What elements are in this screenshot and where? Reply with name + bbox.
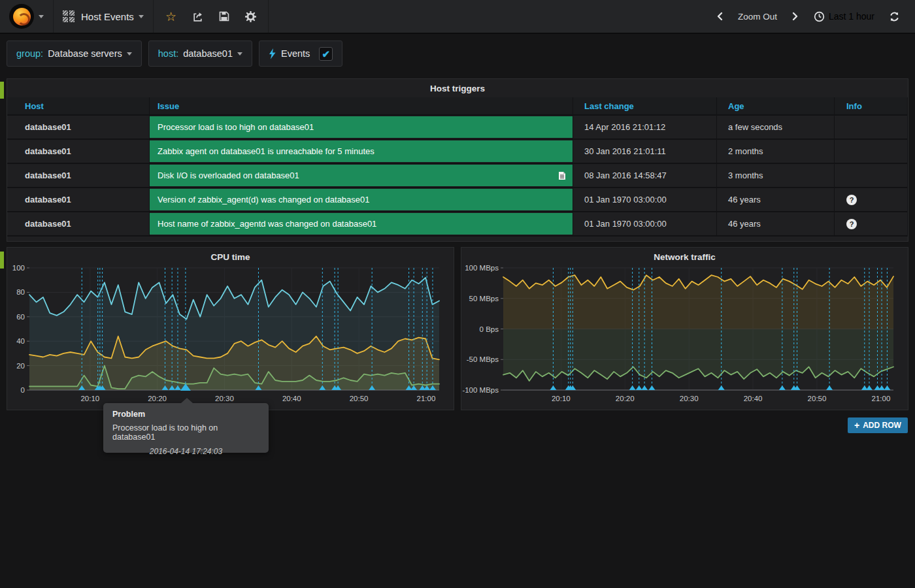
share-icon — [192, 11, 203, 22]
column-header-age[interactable]: Age — [717, 97, 835, 116]
info-cell: ? — [835, 188, 908, 212]
row-handle-graphs[interactable] — [0, 252, 4, 269]
tooltip-title: Problem — [112, 410, 259, 419]
annotation-events-toggle[interactable]: Events ✔ — [259, 41, 342, 67]
x-axis-label: 20:10 — [80, 395, 99, 402]
age-cell: 3 months — [717, 164, 835, 188]
refresh-button[interactable] — [883, 0, 906, 33]
time-controls: Zoom Out Last 1 hour — [710, 0, 915, 33]
column-header-issue[interactable]: Issue — [150, 97, 573, 116]
annotation-marker[interactable] — [636, 385, 642, 390]
add-row-label: ADD ROW — [863, 421, 901, 430]
annotation-marker[interactable] — [866, 385, 873, 390]
annotation-marker[interactable] — [641, 385, 648, 390]
row-handle-triggers[interactable] — [0, 82, 4, 99]
issue-cell: Host name of zabbix_agentd was changed o… — [150, 212, 573, 237]
annotation-marker[interactable] — [884, 385, 890, 390]
variable-group-value: Database servers — [48, 48, 122, 59]
x-axis-label: 20:40 — [744, 395, 763, 402]
column-header-last-change[interactable]: Last change — [573, 97, 717, 116]
annotation-marker[interactable] — [648, 385, 655, 390]
x-axis-label: 21:00 — [872, 395, 891, 402]
info-cell — [835, 164, 908, 188]
save-icon — [219, 11, 229, 22]
issue-cell: Disk I/O is overloaded on database01 — [150, 164, 573, 188]
variable-host-label: host: — [158, 48, 178, 59]
y-axis-label: 100 MBps — [465, 264, 499, 272]
events-checkbox[interactable]: ✔ — [319, 47, 333, 61]
x-axis-label: 20:20 — [148, 395, 167, 402]
grafana-logo-icon — [9, 4, 34, 29]
panel-title[interactable]: Network traffic — [461, 248, 908, 262]
time-range-label: Last 1 hour — [829, 11, 874, 22]
table-header-row: Host Issue Last change Age Info — [7, 97, 908, 116]
help-circle-icon[interactable]: ? — [846, 219, 857, 229]
share-button[interactable] — [184, 0, 211, 33]
x-axis-label: 20:50 — [808, 395, 827, 402]
chevron-down-icon — [127, 52, 132, 56]
zoom-out-button[interactable]: Zoom Out — [732, 0, 783, 33]
events-label: Events — [281, 48, 310, 59]
last-change-cell: 30 Jan 2016 21:01:11 — [573, 140, 717, 164]
network-traffic-panel: Network traffic -100 MBps-50 MBps0 Bps50… — [461, 247, 908, 410]
variable-group-dropdown[interactable]: group: Database servers — [7, 41, 142, 67]
add-row-button[interactable]: + ADD ROW — [848, 417, 908, 433]
variable-host-dropdown[interactable]: host: database01 — [148, 41, 252, 67]
chevron-down-icon — [39, 15, 44, 18]
help-circle-icon[interactable]: ? — [846, 195, 857, 205]
issue-cell: Version of zabbix_agent(d) was changed o… — [150, 188, 573, 212]
y-axis-label: 80 — [16, 288, 25, 296]
time-shift-back-button[interactable] — [710, 0, 729, 33]
issue-text: Processor load is too high on database01 — [158, 122, 314, 132]
y-axis-label: 20 — [16, 362, 25, 370]
chevron-right-icon — [791, 11, 799, 22]
y-axis-label: 0 — [21, 386, 25, 394]
time-range-picker[interactable]: Last 1 hour — [808, 0, 880, 33]
column-header-info[interactable]: Info — [835, 97, 908, 116]
star-icon: ☆ — [165, 10, 176, 23]
table-row: database01 Host name of zabbix_agentd wa… — [7, 212, 908, 237]
panel-title[interactable]: Host triggers — [7, 79, 908, 93]
x-axis-label: 21:00 — [417, 395, 436, 402]
annotation-marker[interactable] — [826, 385, 833, 390]
annotation-tooltip: Problem Processor load is too high on da… — [103, 403, 269, 453]
save-button[interactable] — [211, 0, 237, 33]
annotation-marker[interactable] — [550, 385, 556, 390]
dashboard-actions: ☆ — [154, 0, 269, 33]
annotation-marker[interactable] — [779, 385, 786, 390]
x-axis-label: 20:30 — [215, 395, 234, 402]
issue-text: Host name of zabbix_agentd was changed o… — [158, 219, 376, 229]
triggers-table: Host Issue Last change Age Info database… — [7, 97, 908, 237]
zoom-out-label: Zoom Out — [738, 12, 777, 22]
network-traffic-chart[interactable]: -100 MBps-50 MBps0 Bps50 MBps100 MBps20:… — [461, 263, 905, 407]
cpu-time-chart[interactable]: 02040608010020:1020:2020:3020:4020:5021:… — [7, 263, 451, 407]
annotation-marker[interactable] — [629, 385, 636, 390]
gear-icon — [245, 11, 256, 22]
x-axis-label: 20:20 — [616, 395, 635, 402]
host-cell: database01 — [7, 140, 150, 164]
issue-text: Zabbix agent on database01 is unreachabl… — [158, 146, 374, 156]
info-cell: ? — [835, 212, 908, 237]
age-cell: 46 years — [717, 212, 835, 237]
column-header-host[interactable]: Host — [7, 97, 150, 116]
star-button[interactable]: ☆ — [158, 0, 184, 33]
top-navbar: Host Events ☆ Zoom Out — [0, 0, 915, 34]
last-change-cell: 14 Apr 2016 21:01:12 — [573, 116, 717, 140]
host-cell: database01 — [7, 212, 150, 237]
document-icon[interactable] — [558, 171, 566, 180]
issue-text: Disk I/O is overloaded on database01 — [158, 171, 299, 180]
time-shift-forward-button[interactable] — [786, 0, 805, 33]
plus-icon: + — [854, 420, 859, 431]
y-axis-label: -100 MBps — [462, 386, 499, 394]
dashboard-submenu: group: Database servers host: database01… — [0, 35, 915, 72]
dashboard-title-menu[interactable]: Host Events — [54, 0, 154, 33]
chart-svg: -100 MBps-50 MBps0 Bps50 MBps100 MBps20:… — [461, 263, 905, 407]
annotation-marker[interactable] — [878, 385, 885, 390]
settings-button[interactable] — [237, 0, 264, 33]
panel-title[interactable]: CPU time — [7, 248, 454, 262]
host-cell: database01 — [7, 188, 150, 212]
x-axis-label: 20:10 — [552, 395, 571, 402]
issue-cell: Zabbix agent on database01 is unreachabl… — [150, 140, 573, 164]
grafana-menu[interactable] — [0, 0, 54, 33]
annotation-marker[interactable] — [718, 385, 725, 390]
